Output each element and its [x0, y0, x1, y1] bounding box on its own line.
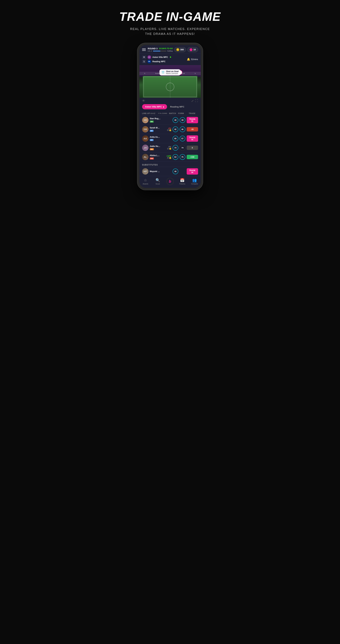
avatar-mayumi: MP — [142, 168, 148, 174]
fixtures-icon: 📅 — [180, 178, 185, 182]
position-badge-df-sarah: DF — [150, 130, 153, 132]
coins-amount: 380 — [180, 48, 184, 51]
event-player-name: Alisha Lehmann — [166, 72, 179, 74]
stadium-area: bbootbagbbootib 👕 Shot on Goal Alisha Le… — [139, 65, 201, 98]
player-name-sian: Sian Rogers — [150, 118, 161, 120]
trade-btn-mayumi[interactable]: TRADE IN — [187, 168, 198, 174]
match-time-text: 52mins — [191, 58, 198, 60]
phone-shell: ROUND 3 15 DAYS TO GO LVL 2 5180xp — [137, 43, 203, 190]
top-bar-right: C 380 10 — [174, 47, 198, 52]
avatar-sian: SR — [142, 117, 148, 123]
position-badge-gk: GK — [150, 120, 154, 122]
form-stat-sian: 49 — [180, 117, 185, 123]
nav-awards[interactable]: ☆ Awards — [139, 178, 152, 185]
awards-icon: ☆ — [144, 178, 147, 182]
nav-compete[interactable]: 👥 Compete — [188, 178, 201, 185]
form-stat-anita: 57 — [180, 136, 185, 142]
amount-sarah: 25 C — [162, 129, 171, 131]
home-score: 0 — [142, 56, 146, 59]
nav-fixtures-label: Fixtures — [179, 183, 185, 185]
round-text: ROUND 3 15 DAYS TO GO — [148, 47, 173, 50]
player-info-anita: Anita Asante DF — [150, 136, 161, 141]
form-stat-jodie: 74 — [180, 145, 185, 150]
match-stat-mayumi: 49 — [173, 168, 178, 174]
top-bar: ROUND 3 15 DAYS TO GO LVL 2 5180xp — [139, 45, 201, 54]
position-dot-sarah — [147, 131, 148, 132]
home-badge: AV — [147, 55, 151, 59]
match-stat-jodie: 74 — [173, 145, 178, 150]
bottom-nav: ☆ Awards 🔍 Scout b 📅 Fixtures 👥 Compete — [139, 176, 201, 188]
player-row-anita: AA Anita Asante DF 89 57 TRADE IN — [142, 134, 198, 143]
player-row-alisha: AL Alisha Lehmann FW +12% 25 C 63 75 +33… — [142, 152, 198, 162]
match-stat-sarah: 42 — [173, 126, 178, 132]
coins-change-jodie: 0% 12 C — [162, 146, 171, 150]
team-tabs: Aston Villa WFC Reading WFC — [139, 104, 201, 111]
coins-change-alisha: +12% 25 C — [162, 155, 171, 159]
hamburger-menu[interactable] — [142, 48, 146, 51]
eye-off-icon[interactable]: 👁 — [142, 99, 145, 103]
live-indicator — [170, 56, 171, 58]
tab-away-team[interactable]: Reading WFC — [167, 104, 187, 109]
expand-icon[interactable]: ⤢ — [191, 99, 194, 103]
main-title: TRADE IN-GAME — [119, 10, 221, 23]
match-teams: 0 AV Aston Villa WFC 1 RE Reading WFC — [142, 55, 171, 64]
nav-fixtures[interactable]: 📅 Fixtures — [176, 178, 188, 185]
match-time: 🔔 52mins — [187, 58, 198, 61]
trade-btn-sian[interactable]: TRADE IN — [187, 117, 198, 123]
xp-bar-fill — [153, 51, 160, 52]
position-badge-md: MD — [150, 148, 154, 150]
avatar-anita: AA — [142, 135, 148, 142]
nav-awards-label: Awards — [143, 183, 148, 185]
event-text: Shot on Goal Alisha Lehmann — [166, 70, 179, 74]
gem-icon — [190, 48, 193, 51]
gems-badge[interactable]: 10 — [187, 47, 198, 52]
nav-scout-label: Scout — [156, 183, 160, 185]
level-bar: LVL 2 5180xp — [148, 50, 173, 52]
stadium-pitch — [143, 76, 197, 98]
fullscreen-icon[interactable]: ⛶ — [195, 99, 198, 103]
player-row-jodie: JH Jodie Hutton MD 0% 12 C 74 74 0 — [142, 143, 198, 152]
nav-scout[interactable]: 🔍 Scout — [152, 178, 164, 185]
away-team-row: 1 RE Reading WFC — [142, 60, 171, 64]
match-info: 0 AV Aston Villa WFC 1 RE Reading WFC 🔔 — [139, 54, 201, 65]
coins-change-sarah: -2% 25 C — [162, 127, 171, 131]
trade-btn-alisha[interactable]: +330 — [187, 155, 198, 159]
lineup-header: LINE-UP 4-4-2 +/-% COINS MATCH FORM TRAD… — [142, 111, 198, 116]
event-title: Shot on Goal — [166, 70, 179, 72]
avatar-alisha: AL — [142, 154, 148, 160]
player-info-sian: Sian Rogers GK — [150, 118, 161, 123]
subtitle: REAL PLAYERS. LIVE MATCHES. EXPERIENCE T… — [119, 27, 221, 36]
xp-text: 5180xp — [167, 50, 173, 52]
position-dot-jodie — [147, 150, 148, 151]
event-bubble: 👕 Shot on Goal Alisha Lehmann — [159, 69, 181, 76]
away-badge: RE — [147, 60, 151, 64]
controls-row: 👁 ⤢ ⛶ — [139, 98, 201, 104]
avatar-jodie: JH — [142, 144, 148, 151]
hamburger-row: ROUND 3 15 DAYS TO GO LVL 2 5180xp — [142, 47, 173, 52]
pct-jodie: 0% — [162, 146, 171, 148]
coins-badge[interactable]: C 380 — [174, 47, 186, 52]
days-badge: 15 DAYS TO GO — [159, 48, 173, 50]
tab-home-team[interactable]: Aston Villa WFC — [142, 104, 167, 109]
trade-btn-anita[interactable]: TRADE IN — [187, 135, 198, 142]
player-row-sarah: SM Sarah Mayling DF -2% 25 C 42 46 -55 — [142, 124, 198, 134]
shirt-icon: 👕 — [161, 71, 165, 74]
pct-alisha: +12% — [162, 155, 171, 157]
nav-home[interactable]: b — [164, 178, 176, 185]
page-header: TRADE IN-GAME REAL PLAYERS. LIVE MATCHES… — [119, 10, 221, 36]
trade-btn-jodie[interactable]: 0 — [187, 146, 198, 150]
match-stat-anita: 89 — [173, 136, 178, 142]
trade-btn-sarah[interactable]: -55 — [187, 127, 198, 132]
form-stat-sarah: 46 — [180, 126, 185, 132]
player-name-jodie: Jodie Hutton — [150, 145, 161, 148]
amount-alisha: 25 C — [162, 157, 171, 159]
player-name-anita: Anita Asante — [150, 136, 161, 138]
coin-icon: C — [176, 48, 179, 51]
match-stat-alisha: 63 — [173, 154, 178, 160]
player-info-mayumi: Mayumi Pacheco — [150, 170, 161, 172]
player-info-jodie: Jodie Hutton MD — [150, 145, 161, 150]
phone-screen: ROUND 3 15 DAYS TO GO LVL 2 5180xp — [139, 45, 201, 188]
compete-icon: 👥 — [192, 178, 197, 182]
away-team-name: Reading WFC — [152, 60, 166, 63]
level-label: LVL 2 — [148, 50, 152, 52]
